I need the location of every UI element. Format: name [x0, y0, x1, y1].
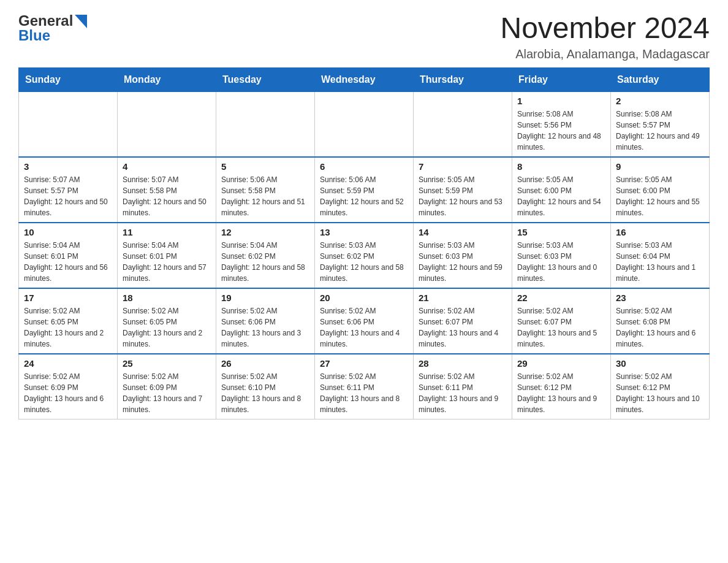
- day-info: Sunrise: 5:07 AM Sunset: 5:57 PM Dayligh…: [24, 174, 112, 218]
- day-number: 3: [24, 161, 112, 172]
- calendar-header: SundayMondayTuesdayWednesdayThursdayFrid…: [19, 67, 710, 91]
- day-number: 28: [419, 358, 507, 369]
- day-number: 30: [616, 358, 704, 369]
- location-subtitle: Alarobia, Analamanga, Madagascar: [500, 47, 710, 61]
- day-of-week-header: Sunday: [19, 67, 118, 91]
- day-info: Sunrise: 5:02 AM Sunset: 6:10 PM Dayligh…: [221, 371, 309, 415]
- day-info: Sunrise: 5:08 AM Sunset: 5:57 PM Dayligh…: [616, 109, 704, 153]
- day-number: 8: [517, 161, 605, 172]
- day-info: Sunrise: 5:04 AM Sunset: 6:01 PM Dayligh…: [123, 240, 211, 284]
- calendar-table: SundayMondayTuesdayWednesdayThursdayFrid…: [18, 67, 710, 419]
- day-info: Sunrise: 5:05 AM Sunset: 5:59 PM Dayligh…: [419, 174, 507, 218]
- calendar-cell: 2Sunrise: 5:08 AM Sunset: 5:57 PM Daylig…: [611, 91, 710, 157]
- day-number: 13: [320, 227, 408, 237]
- calendar-cell: 23Sunrise: 5:02 AM Sunset: 6:08 PM Dayli…: [611, 288, 710, 354]
- calendar-cell: 27Sunrise: 5:02 AM Sunset: 6:11 PM Dayli…: [315, 354, 414, 419]
- calendar-cell: 15Sunrise: 5:03 AM Sunset: 6:03 PM Dayli…: [512, 223, 611, 288]
- calendar-cell: 17Sunrise: 5:02 AM Sunset: 6:05 PM Dayli…: [19, 288, 118, 354]
- day-number: 21: [419, 293, 507, 303]
- day-info: Sunrise: 5:05 AM Sunset: 6:00 PM Dayligh…: [517, 174, 605, 218]
- day-of-week-header: Wednesday: [315, 67, 414, 91]
- day-info: Sunrise: 5:06 AM Sunset: 5:58 PM Dayligh…: [221, 174, 309, 218]
- day-number: 15: [517, 227, 605, 237]
- logo-blue-text: Blue: [18, 27, 50, 44]
- day-number: 14: [419, 227, 507, 237]
- day-info: Sunrise: 5:05 AM Sunset: 6:00 PM Dayligh…: [616, 174, 704, 218]
- calendar-body: 1Sunrise: 5:08 AM Sunset: 5:56 PM Daylig…: [19, 91, 710, 419]
- day-number: 20: [320, 293, 408, 303]
- day-info: Sunrise: 5:02 AM Sunset: 6:11 PM Dayligh…: [419, 371, 507, 415]
- calendar-cell: 22Sunrise: 5:02 AM Sunset: 6:07 PM Dayli…: [512, 288, 611, 354]
- day-info: Sunrise: 5:02 AM Sunset: 6:08 PM Dayligh…: [616, 305, 704, 350]
- calendar-cell: 1Sunrise: 5:08 AM Sunset: 5:56 PM Daylig…: [512, 91, 611, 157]
- calendar-cell: 4Sunrise: 5:07 AM Sunset: 5:58 PM Daylig…: [118, 157, 216, 223]
- day-info: Sunrise: 5:02 AM Sunset: 6:12 PM Dayligh…: [517, 371, 605, 415]
- day-info: Sunrise: 5:06 AM Sunset: 5:59 PM Dayligh…: [320, 174, 408, 218]
- day-info: Sunrise: 5:02 AM Sunset: 6:11 PM Dayligh…: [320, 371, 408, 415]
- day-info: Sunrise: 5:02 AM Sunset: 6:05 PM Dayligh…: [24, 305, 112, 350]
- calendar-cell: 21Sunrise: 5:02 AM Sunset: 6:07 PM Dayli…: [414, 288, 512, 354]
- calendar-cell: [414, 91, 512, 157]
- day-of-week-header: Tuesday: [216, 67, 315, 91]
- calendar-cell: 20Sunrise: 5:02 AM Sunset: 6:06 PM Dayli…: [315, 288, 414, 354]
- day-number: 9: [616, 161, 704, 172]
- calendar-cell: 16Sunrise: 5:03 AM Sunset: 6:04 PM Dayli…: [611, 223, 710, 288]
- calendar-cell: 11Sunrise: 5:04 AM Sunset: 6:01 PM Dayli…: [118, 223, 216, 288]
- calendar-cell: 13Sunrise: 5:03 AM Sunset: 6:02 PM Dayli…: [315, 223, 414, 288]
- day-info: Sunrise: 5:02 AM Sunset: 6:06 PM Dayligh…: [320, 305, 408, 350]
- calendar-cell: [216, 91, 315, 157]
- calendar-cell: 30Sunrise: 5:02 AM Sunset: 6:12 PM Dayli…: [611, 354, 710, 419]
- calendar-cell: 19Sunrise: 5:02 AM Sunset: 6:06 PM Dayli…: [216, 288, 315, 354]
- calendar-week-row: 3Sunrise: 5:07 AM Sunset: 5:57 PM Daylig…: [19, 157, 710, 223]
- day-number: 29: [517, 358, 605, 369]
- calendar-cell: 29Sunrise: 5:02 AM Sunset: 6:12 PM Dayli…: [512, 354, 611, 419]
- day-number: 11: [123, 227, 211, 237]
- day-info: Sunrise: 5:03 AM Sunset: 6:04 PM Dayligh…: [616, 240, 704, 284]
- calendar-title: November 2024: [500, 12, 710, 45]
- logo: General Blue: [18, 12, 87, 44]
- calendar-cell: 28Sunrise: 5:02 AM Sunset: 6:11 PM Dayli…: [414, 354, 512, 419]
- day-info: Sunrise: 5:02 AM Sunset: 6:05 PM Dayligh…: [123, 305, 211, 350]
- svg-marker-0: [75, 15, 87, 28]
- day-info: Sunrise: 5:04 AM Sunset: 6:01 PM Dayligh…: [24, 240, 112, 284]
- day-number: 10: [24, 227, 112, 237]
- day-number: 27: [320, 358, 408, 369]
- day-of-week-header: Saturday: [611, 67, 710, 91]
- day-info: Sunrise: 5:02 AM Sunset: 6:09 PM Dayligh…: [123, 371, 211, 415]
- day-number: 17: [24, 293, 112, 303]
- calendar-cell: 25Sunrise: 5:02 AM Sunset: 6:09 PM Dayli…: [118, 354, 216, 419]
- day-number: 22: [517, 293, 605, 303]
- calendar-cell: 5Sunrise: 5:06 AM Sunset: 5:58 PM Daylig…: [216, 157, 315, 223]
- calendar-cell: 18Sunrise: 5:02 AM Sunset: 6:05 PM Dayli…: [118, 288, 216, 354]
- day-info: Sunrise: 5:02 AM Sunset: 6:09 PM Dayligh…: [24, 371, 112, 415]
- day-number: 18: [123, 293, 211, 303]
- day-of-week-header: Friday: [512, 67, 611, 91]
- calendar-cell: [315, 91, 414, 157]
- calendar-cell: 10Sunrise: 5:04 AM Sunset: 6:01 PM Dayli…: [19, 223, 118, 288]
- day-number: 4: [123, 161, 211, 172]
- calendar-cell: 3Sunrise: 5:07 AM Sunset: 5:57 PM Daylig…: [19, 157, 118, 223]
- day-number: 5: [221, 161, 309, 172]
- day-info: Sunrise: 5:03 AM Sunset: 6:03 PM Dayligh…: [517, 240, 605, 284]
- day-info: Sunrise: 5:02 AM Sunset: 6:07 PM Dayligh…: [517, 305, 605, 350]
- day-of-week-header: Monday: [118, 67, 216, 91]
- day-number: 24: [24, 358, 112, 369]
- day-number: 1: [517, 96, 605, 106]
- calendar-week-row: 24Sunrise: 5:02 AM Sunset: 6:09 PM Dayli…: [19, 354, 710, 419]
- calendar-cell: [19, 91, 118, 157]
- calendar-cell: 9Sunrise: 5:05 AM Sunset: 6:00 PM Daylig…: [611, 157, 710, 223]
- day-info: Sunrise: 5:02 AM Sunset: 6:07 PM Dayligh…: [419, 305, 507, 350]
- calendar-cell: 6Sunrise: 5:06 AM Sunset: 5:59 PM Daylig…: [315, 157, 414, 223]
- day-info: Sunrise: 5:03 AM Sunset: 6:02 PM Dayligh…: [320, 240, 408, 284]
- day-info: Sunrise: 5:03 AM Sunset: 6:03 PM Dayligh…: [419, 240, 507, 284]
- calendar-cell: 8Sunrise: 5:05 AM Sunset: 6:00 PM Daylig…: [512, 157, 611, 223]
- page-header: General Blue November 2024 Alarobia, Ana…: [18, 12, 710, 61]
- calendar-cell: 26Sunrise: 5:02 AM Sunset: 6:10 PM Dayli…: [216, 354, 315, 419]
- calendar-cell: 24Sunrise: 5:02 AM Sunset: 6:09 PM Dayli…: [19, 354, 118, 419]
- day-number: 25: [123, 358, 211, 369]
- calendar-cell: [118, 91, 216, 157]
- day-number: 19: [221, 293, 309, 303]
- day-info: Sunrise: 5:02 AM Sunset: 6:12 PM Dayligh…: [616, 371, 704, 415]
- day-number: 2: [616, 96, 704, 106]
- day-number: 12: [221, 227, 309, 237]
